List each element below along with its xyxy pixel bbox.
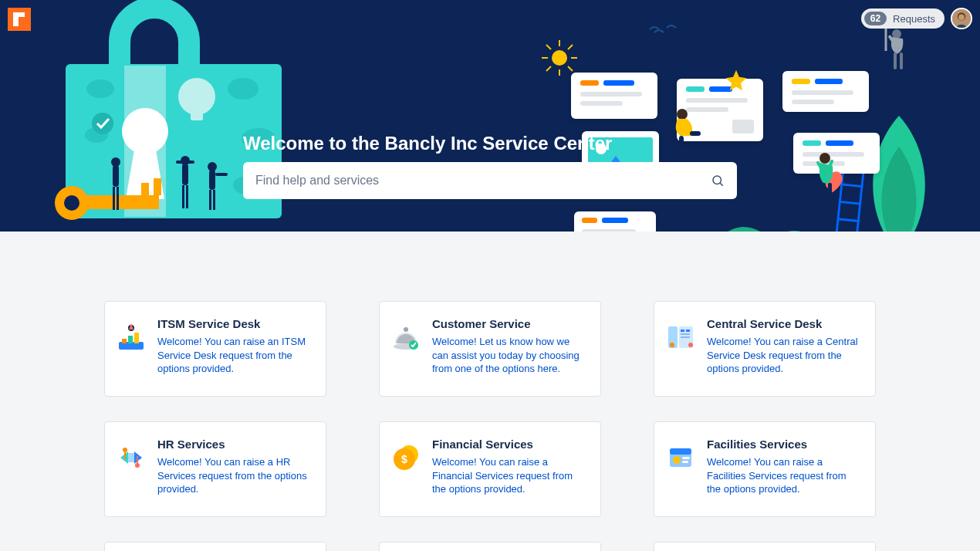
svg-rect-98 bbox=[682, 457, 690, 459]
svg-rect-19 bbox=[86, 195, 159, 209]
user-avatar[interactable] bbox=[951, 8, 972, 29]
card-financial-services[interactable]: $ Financial Services Welcome! You can ra… bbox=[379, 421, 601, 517]
star-icon bbox=[724, 68, 749, 93]
svg-line-52 bbox=[838, 219, 858, 221]
requests-count-badge: 62 bbox=[864, 12, 887, 25]
svg-point-58 bbox=[819, 153, 830, 164]
card-title: HR Services bbox=[157, 438, 310, 451]
svg-rect-21 bbox=[154, 178, 161, 195]
requests-button[interactable]: 62 Requests bbox=[861, 8, 945, 29]
card-desc: Welcome! You can raise a Financial Servi… bbox=[432, 455, 585, 496]
card-customer-service[interactable]: Customer Service Welcome! Let us know ho… bbox=[379, 301, 601, 397]
facilities-icon bbox=[665, 442, 696, 473]
svg-line-43 bbox=[568, 66, 573, 71]
svg-point-55 bbox=[677, 109, 688, 120]
svg-rect-81 bbox=[681, 333, 690, 335]
card-central-service-desk[interactable]: Central Service Desk Welcome! You can ra… bbox=[654, 301, 876, 397]
svg-rect-61 bbox=[822, 183, 826, 201]
svg-rect-34 bbox=[209, 190, 211, 210]
svg-rect-0 bbox=[8, 8, 31, 31]
brand-logo[interactable] bbox=[8, 8, 31, 31]
svg-rect-80 bbox=[686, 330, 690, 332]
card-title: Customer Service bbox=[432, 317, 585, 330]
card-title: Central Service Desk bbox=[707, 317, 860, 330]
customer-service-icon bbox=[390, 322, 421, 353]
itsm-icon bbox=[116, 322, 147, 353]
hero-banner: 62 Requests Welcome to the Bancly Inc Se… bbox=[0, 0, 980, 232]
svg-rect-70 bbox=[128, 336, 133, 343]
card-desc: Welcome! Let us know how we can assist y… bbox=[432, 335, 585, 376]
financial-icon: $ bbox=[390, 442, 421, 473]
svg-rect-99 bbox=[682, 461, 688, 463]
svg-rect-87 bbox=[128, 453, 134, 462]
svg-point-64 bbox=[892, 29, 901, 39]
svg-rect-30 bbox=[182, 185, 184, 208]
central-desk-icon bbox=[665, 322, 696, 353]
svg-rect-29 bbox=[187, 161, 194, 164]
svg-text:$: $ bbox=[401, 453, 407, 465]
svg-point-3 bbox=[958, 14, 965, 20]
card-facilities-services[interactable]: Facilities Services Welcome! You can rai… bbox=[654, 421, 876, 517]
svg-rect-33 bbox=[209, 170, 215, 190]
svg-point-84 bbox=[688, 343, 693, 347]
svg-rect-62 bbox=[828, 183, 832, 201]
svg-rect-24 bbox=[113, 187, 115, 210]
svg-point-13 bbox=[178, 78, 215, 115]
illustration-person-flag bbox=[880, 26, 918, 74]
svg-rect-20 bbox=[141, 183, 149, 195]
card-title: Financial Services bbox=[432, 438, 585, 451]
svg-rect-79 bbox=[681, 330, 684, 332]
svg-rect-57 bbox=[679, 136, 684, 145]
card-placeholder[interactable] bbox=[654, 542, 876, 551]
card-desc: Welcome! You can raise a Facilities Serv… bbox=[707, 455, 860, 496]
svg-line-42 bbox=[546, 45, 551, 49]
svg-rect-27 bbox=[182, 164, 188, 185]
svg-point-12 bbox=[92, 113, 113, 134]
search-input[interactable] bbox=[243, 162, 737, 199]
svg-rect-56 bbox=[690, 131, 701, 136]
svg-line-44 bbox=[546, 66, 551, 71]
card-placeholder[interactable] bbox=[379, 542, 601, 551]
illustration-person-climbing bbox=[811, 150, 845, 205]
svg-rect-25 bbox=[117, 187, 119, 210]
card-hr-services[interactable]: HR Services Welcome! You can raise a HR … bbox=[104, 421, 326, 517]
svg-rect-82 bbox=[681, 336, 690, 338]
card-desc: Welcome! You can raise a HR Services req… bbox=[157, 455, 310, 496]
svg-rect-66 bbox=[900, 52, 903, 69]
svg-point-37 bbox=[552, 50, 567, 66]
svg-point-97 bbox=[673, 456, 681, 464]
birds-icon bbox=[648, 25, 679, 40]
illustration-person-sitting bbox=[671, 108, 704, 147]
hr-icon bbox=[116, 442, 147, 473]
svg-point-83 bbox=[670, 343, 674, 347]
svg-point-18 bbox=[64, 195, 79, 211]
bush-icon bbox=[664, 210, 833, 232]
svg-rect-23 bbox=[113, 165, 119, 187]
svg-rect-31 bbox=[186, 185, 188, 208]
svg-point-75 bbox=[404, 327, 408, 332]
card-title: ITSM Service Desk bbox=[157, 317, 310, 330]
hero-title: Welcome to the Bancly Inc Service Center bbox=[243, 133, 612, 154]
svg-point-7 bbox=[86, 79, 114, 98]
card-desc: Welcome! You can raise an ITSM Service D… bbox=[157, 335, 310, 376]
svg-point-89 bbox=[135, 463, 140, 468]
svg-rect-69 bbox=[122, 339, 127, 343]
svg-rect-35 bbox=[213, 190, 215, 210]
requests-label: Requests bbox=[893, 13, 935, 25]
svg-rect-28 bbox=[176, 161, 184, 164]
card-itsm-service-desk[interactable]: ITSM Service Desk Welcome! You can raise… bbox=[104, 301, 326, 397]
search-container bbox=[243, 162, 737, 199]
svg-rect-65 bbox=[894, 52, 897, 69]
svg-line-45 bbox=[568, 45, 573, 49]
svg-point-88 bbox=[123, 448, 127, 452]
card-placeholder[interactable] bbox=[104, 542, 326, 551]
svg-rect-36 bbox=[215, 173, 228, 176]
service-card-grid: ITSM Service Desk Welcome! You can raise… bbox=[0, 232, 980, 551]
svg-rect-96 bbox=[670, 448, 691, 455]
card-title: Facilities Services bbox=[707, 438, 860, 451]
sun-icon bbox=[540, 39, 579, 77]
svg-rect-14 bbox=[191, 113, 203, 120]
svg-rect-71 bbox=[134, 333, 139, 343]
card-desc: Welcome! You can raise a Central Service… bbox=[707, 335, 860, 376]
svg-point-8 bbox=[228, 78, 259, 100]
